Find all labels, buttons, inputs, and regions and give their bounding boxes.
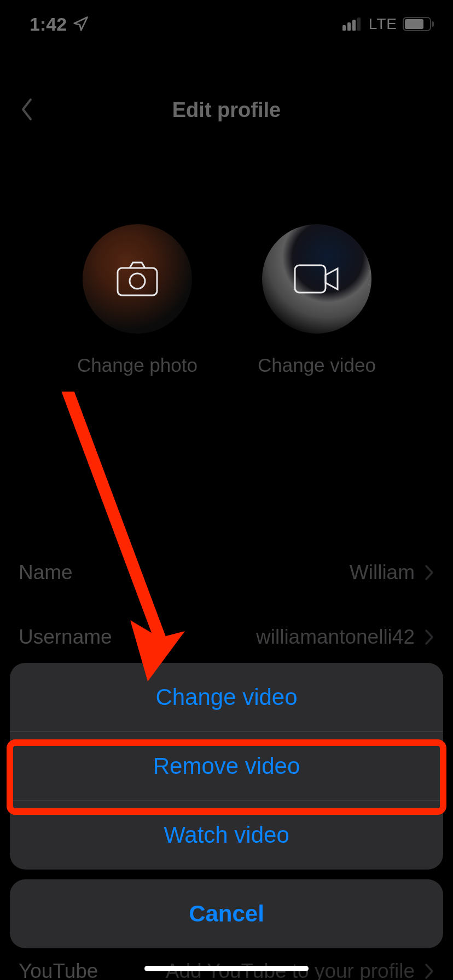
sheet-remove-video-button[interactable]: Remove video — [10, 732, 443, 801]
sheet-change-video-button[interactable]: Change video — [10, 663, 443, 732]
sheet-button-label: Remove video — [153, 753, 300, 779]
sheet-watch-video-button[interactable]: Watch video — [10, 801, 443, 870]
sheet-button-label: Change video — [155, 684, 297, 710]
action-sheet-group: Change video Remove video Watch video — [10, 663, 443, 870]
svg-point-9 — [130, 273, 145, 289]
video-icon — [294, 264, 340, 294]
svg-rect-8 — [118, 268, 157, 295]
sheet-button-label: Cancel — [189, 901, 264, 927]
home-indicator — [144, 966, 309, 971]
svg-rect-10 — [295, 265, 326, 293]
sheet-button-label: Watch video — [164, 822, 289, 848]
camera-icon — [117, 261, 158, 296]
sheet-cancel-button[interactable]: Cancel — [10, 879, 443, 948]
action-sheet: Change video Remove video Watch video Ca… — [10, 663, 443, 948]
